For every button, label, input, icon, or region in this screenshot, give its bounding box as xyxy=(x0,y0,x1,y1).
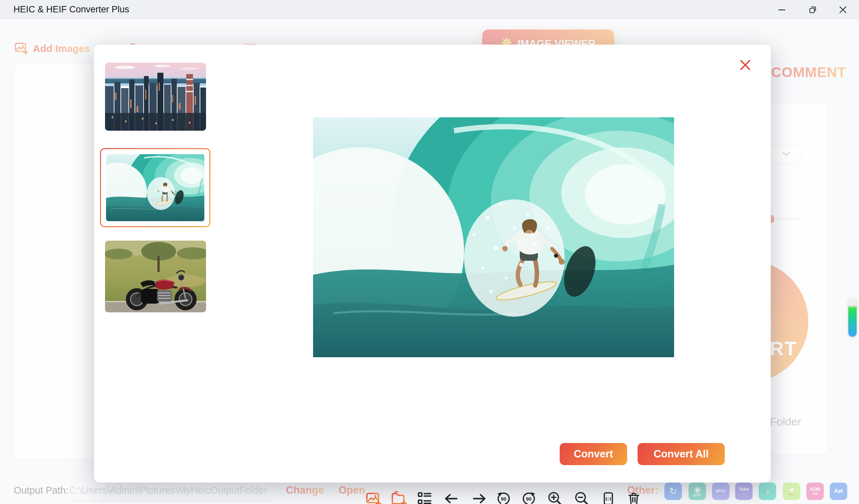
toolbar-add-image-button[interactable] xyxy=(365,490,382,504)
toolbar-zoom-out-button[interactable] xyxy=(573,490,590,504)
svg-text:90: 90 xyxy=(501,496,507,502)
window-close-icon xyxy=(839,5,847,14)
zoom-out-icon xyxy=(573,490,590,504)
one-to-one-icon: 1:1 xyxy=(600,491,616,504)
convert-label: Convert xyxy=(574,448,613,460)
add-folder-icon xyxy=(390,490,407,504)
rotate-left-90-icon: 90 xyxy=(495,490,512,504)
convert-all-label: Convert All xyxy=(654,448,709,460)
arrow-left-icon xyxy=(442,490,459,504)
rotate-right-90-icon: 90 xyxy=(521,490,537,504)
toolbar-add-folder-button[interactable] xyxy=(390,490,407,504)
toolbar-delete-button[interactable] xyxy=(626,490,642,504)
toolbar-actual-size-button[interactable]: 1:1 xyxy=(600,490,617,504)
thumbnail-red-motorcycle[interactable] xyxy=(105,241,206,312)
convert-button[interactable]: Convert xyxy=(560,443,627,465)
thumbnail-selected-border xyxy=(100,148,210,227)
thumbnail-surfer-wave[interactable] xyxy=(106,154,204,221)
svg-text:90: 90 xyxy=(526,496,532,502)
surfer-wave-image xyxy=(106,154,204,221)
window-titlebar: HEIC & HEIF Converter Plus xyxy=(0,0,859,19)
trash-icon xyxy=(626,491,642,504)
toolbar-zoom-in-button[interactable] xyxy=(547,490,563,504)
arrow-right-icon xyxy=(471,490,488,504)
image-viewer-modal: 90 90 1:1 xyxy=(94,45,771,483)
thumbnail-city-skyline[interactable] xyxy=(105,63,206,131)
toolbar-previous-button[interactable] xyxy=(442,490,459,504)
svg-text:1:1: 1:1 xyxy=(605,496,612,501)
modal-close-button[interactable] xyxy=(739,59,751,71)
restore-button[interactable] xyxy=(802,0,824,19)
add-image-icon xyxy=(365,490,382,504)
preview-image-surfer xyxy=(313,117,674,357)
toolbar-next-button[interactable] xyxy=(471,490,488,504)
convert-all-button[interactable]: Convert All xyxy=(637,443,725,465)
minimize-button[interactable] xyxy=(771,0,793,19)
toolbar-rotate-right-button[interactable]: 90 xyxy=(521,490,537,504)
surfer-wave-large-image xyxy=(313,117,674,357)
edge-scroll-indicator[interactable] xyxy=(848,298,857,337)
red-motorcycle-image xyxy=(105,241,206,312)
zoom-in-icon xyxy=(547,490,563,504)
city-skyline-image xyxy=(105,63,206,131)
toolbar-rotate-left-button[interactable]: 90 xyxy=(495,490,512,504)
window-close-button[interactable] xyxy=(832,0,854,19)
window-title: HEIC & HEIF Converter Plus xyxy=(13,0,129,19)
restore-icon xyxy=(808,5,817,14)
list-view-icon xyxy=(417,491,433,504)
close-icon xyxy=(739,59,751,71)
toolbar-list-view-button[interactable] xyxy=(416,490,433,504)
